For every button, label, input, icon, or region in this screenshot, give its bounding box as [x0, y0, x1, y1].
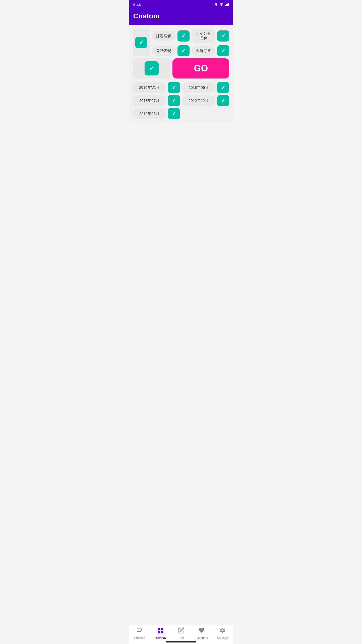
date-item-2: 2018年06月 ✓ [182, 82, 229, 93]
status-icons [214, 3, 229, 7]
svg-rect-3 [227, 4, 228, 6]
category-label-4: 即時応答 [192, 46, 215, 56]
date-label-4: 2012年12月 [182, 95, 215, 106]
date-checkbox-5[interactable]: ✓ [168, 108, 180, 119]
select-all-btn[interactable]: ✓ [135, 37, 147, 48]
date-row-2: 2013年07月 ✓ 2012年12月 ✓ [133, 95, 229, 106]
location-icon [214, 3, 218, 7]
category-label-3: 発話表現 [152, 46, 175, 56]
status-bar: 9:46 [129, 0, 233, 9]
category-row: ✓ 課題理解 ✓ ポイント理解 ✓ [133, 29, 229, 56]
category-checkbox-4[interactable]: ✓ [217, 45, 229, 56]
dates-section: 2010年V1月 ✓ 2018年06月 ✓ 2013年07月 ✓ 20 [133, 82, 229, 119]
go-button-label: GO [194, 63, 208, 74]
date-item-5: 2012年06月 ✓ [133, 108, 180, 119]
date-item-3: 2013年07月 ✓ [133, 95, 180, 106]
main-content: ✓ 課題理解 ✓ ポイント理解 ✓ [129, 25, 233, 123]
category-item-2: ポイント理解 ✓ [192, 29, 229, 43]
category-label-1: 課題理解 [152, 31, 175, 41]
go-row: ✓ GO [133, 58, 229, 78]
status-time: 9:46 [133, 3, 141, 7]
signal-icon [225, 3, 229, 7]
date-item-4: 2012年12月 ✓ [182, 95, 229, 106]
go-button[interactable]: GO [172, 58, 229, 78]
date-label-2: 2018年06月 [182, 82, 215, 93]
date-checkbox-4[interactable]: ✓ [217, 95, 229, 106]
date-checkbox-1[interactable]: ✓ [168, 82, 180, 93]
go-left-checkbox-area[interactable]: ✓ [133, 58, 170, 78]
category-item-3: 発話表現 ✓ [152, 45, 190, 56]
svg-rect-2 [226, 4, 227, 6]
category-item-4: 即時応答 ✓ [192, 45, 229, 56]
header: Custom [129, 9, 233, 25]
svg-rect-1 [225, 5, 226, 6]
svg-rect-4 [228, 3, 229, 6]
date-item-1: 2010年V1月 ✓ [133, 82, 180, 93]
date-checkbox-2[interactable]: ✓ [217, 82, 229, 93]
date-label-5: 2012年06月 [133, 108, 166, 119]
date-row-1: 2010年V1月 ✓ 2018年06月 ✓ [133, 82, 229, 93]
date-label-1: 2010年V1月 [133, 82, 166, 93]
category-checkbox-3[interactable]: ✓ [177, 45, 190, 56]
category-label-2: ポイント理解 [192, 29, 215, 43]
category-checkbox-2[interactable]: ✓ [217, 30, 229, 42]
go-checkbox-btn[interactable]: ✓ [145, 61, 159, 75]
wifi-icon [219, 3, 224, 7]
select-all-checkbox[interactable]: ✓ [133, 29, 150, 56]
select-all-checkmark: ✓ [139, 39, 144, 46]
date-row-3: 2012年06月 ✓ [133, 108, 229, 119]
date-checkbox-3[interactable]: ✓ [168, 95, 180, 106]
date-label-3: 2013年07月 [133, 95, 166, 106]
page-title: Custom [133, 12, 159, 20]
category-checkbox-1[interactable]: ✓ [177, 30, 190, 42]
category-item-1: 課題理解 ✓ [152, 29, 190, 43]
date-row-3-spacer [182, 108, 229, 119]
